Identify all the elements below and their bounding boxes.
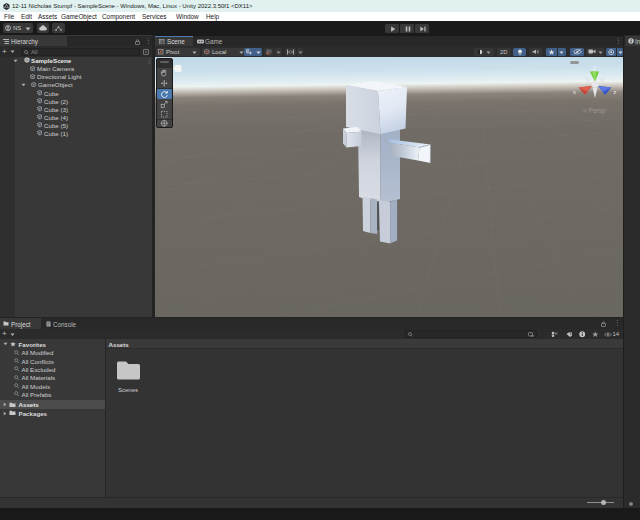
svg-text:x: x <box>573 89 576 95</box>
svg-text:y: y <box>593 64 596 70</box>
svg-text:z: z <box>614 89 617 95</box>
svg-text:˂ Persp: ˂ Persp <box>583 107 606 115</box>
